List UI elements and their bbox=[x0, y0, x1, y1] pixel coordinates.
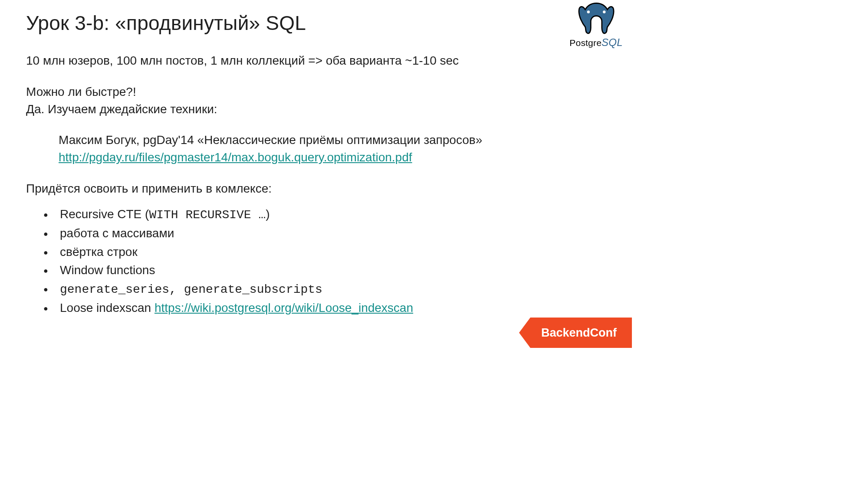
bullet-text: ) bbox=[266, 207, 270, 221]
faster-question: Можно ли быстре?! bbox=[26, 83, 606, 101]
backendconf-ribbon: BackendConf bbox=[519, 318, 632, 348]
postgresql-wordmark: PostgreSQL bbox=[565, 36, 628, 49]
bullet-text: Loose indexscan bbox=[60, 301, 155, 314]
faster-answer: Да. Изучаем джедайские техники: bbox=[26, 101, 606, 118]
ribbon-label: BackendConf bbox=[541, 326, 617, 340]
slide: PostgreSQL Урок 3-b: «продвинутый» SQL 1… bbox=[0, 0, 632, 354]
reference-text: Максим Богук, pgDay'14 «Неклассические п… bbox=[26, 131, 606, 149]
elephant-icon bbox=[576, 1, 616, 36]
bullet-list: Recursive CTE (WITH RECURSIVE …) работа … bbox=[26, 205, 606, 318]
loose-indexscan-link[interactable]: https://wiki.postgresql.org/wiki/Loose_i… bbox=[155, 301, 413, 314]
svg-point-0 bbox=[587, 10, 589, 13]
list-item: свёртка строк bbox=[26, 243, 606, 262]
bullet-text: свёртка строк bbox=[60, 245, 138, 259]
bullet-text: Window functions bbox=[60, 263, 155, 277]
list-item: Window functions bbox=[26, 261, 606, 280]
list-item: generate_series, generate_subscripts bbox=[26, 280, 606, 299]
bullet-text: работа с массивами bbox=[60, 226, 174, 240]
svg-point-1 bbox=[603, 10, 605, 13]
bullet-code: WITH RECURSIVE … bbox=[149, 208, 266, 222]
reference-link-row: http://pgday.ru/files/pgmaster14/max.bog… bbox=[26, 149, 606, 166]
list-item: Loose indexscan https://wiki.postgresql.… bbox=[26, 299, 606, 318]
slide-title: Урок 3-b: «продвинутый» SQL bbox=[26, 11, 606, 35]
list-item: Recursive CTE (WITH RECURSIVE …) bbox=[26, 205, 606, 225]
reference-link[interactable]: http://pgday.ru/files/pgmaster14/max.bog… bbox=[59, 151, 412, 164]
logo-prefix: Postgre bbox=[569, 38, 602, 48]
list-item: работа с массивами bbox=[26, 224, 606, 243]
complex-intro: Придётся освоить и применить в комлексе: bbox=[26, 180, 606, 197]
postgresql-logo: PostgreSQL bbox=[565, 1, 628, 49]
logo-suffix: SQL bbox=[602, 36, 623, 48]
stats-line: 10 млн юзеров, 100 млн постов, 1 млн кол… bbox=[26, 52, 606, 69]
bullet-text: Recursive CTE ( bbox=[60, 207, 149, 221]
bullet-code: generate_series, generate_subscripts bbox=[60, 283, 322, 296]
